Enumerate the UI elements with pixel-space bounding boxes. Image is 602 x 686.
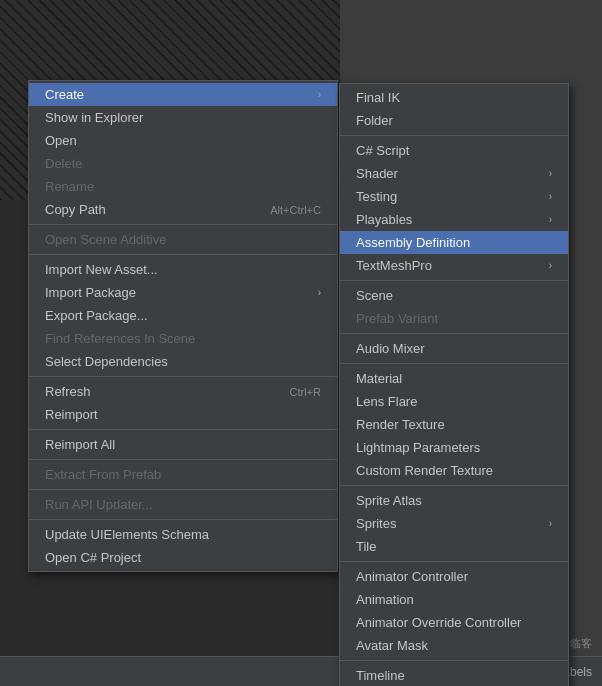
menu-sep-5 — [29, 459, 337, 460]
submenu-item-lightmap-parameters[interactable]: Lightmap Parameters — [340, 436, 568, 459]
submenu-sep-3 — [340, 333, 568, 334]
menu-item-show-explorer[interactable]: Show in Explorer — [29, 106, 337, 129]
submenu-sep-7 — [340, 660, 568, 661]
menu-sep-4 — [29, 429, 337, 430]
submenu-sep-1 — [340, 135, 568, 136]
submenu-item-playables[interactable]: Playables › — [340, 208, 568, 231]
menu-item-update-ui-schema[interactable]: Update UIElements Schema — [29, 523, 337, 546]
submenu-item-sprite-atlas[interactable]: Sprite Atlas — [340, 489, 568, 512]
menu-item-extract-from-prefab: Extract From Prefab — [29, 463, 337, 486]
create-arrow-icon: › — [318, 89, 321, 100]
menu-sep-3 — [29, 376, 337, 377]
sprites-arrow-icon: › — [549, 518, 552, 529]
submenu-item-audio-mixer[interactable]: Audio Mixer — [340, 337, 568, 360]
submenu-item-csharp-script[interactable]: C# Script — [340, 139, 568, 162]
menu-item-find-references: Find References In Scene — [29, 327, 337, 350]
import-package-arrow-icon: › — [318, 287, 321, 298]
submenu-sep-2 — [340, 280, 568, 281]
menu-item-create-label: Create — [45, 87, 84, 102]
submenu-item-assembly-definition[interactable]: Assembly Definition — [340, 231, 568, 254]
menu-item-copy-path[interactable]: Copy Path Alt+Ctrl+C — [29, 198, 337, 221]
submenu-item-final-ik[interactable]: Final IK — [340, 86, 568, 109]
submenu-item-render-texture[interactable]: Render Texture — [340, 413, 568, 436]
menu-item-export-package[interactable]: Export Package... — [29, 304, 337, 327]
menu-sep-6 — [29, 489, 337, 490]
submenu-sep-4 — [340, 363, 568, 364]
menu-item-open-csharp[interactable]: Open C# Project — [29, 546, 337, 569]
playables-arrow-icon: › — [549, 214, 552, 225]
testing-arrow-icon: › — [549, 191, 552, 202]
submenu-sep-6 — [340, 561, 568, 562]
menu-item-import-package[interactable]: Import Package › — [29, 281, 337, 304]
submenu-item-scene[interactable]: Scene — [340, 284, 568, 307]
submenu-item-textmeshpro[interactable]: TextMeshPro › — [340, 254, 568, 277]
menu-sep-7 — [29, 519, 337, 520]
submenu-create: Final IK Folder C# Script Shader › Testi… — [339, 83, 569, 686]
copy-path-shortcut: Alt+Ctrl+C — [270, 204, 321, 216]
context-menu: Create › Final IK Folder C# Script Shade… — [28, 80, 338, 572]
submenu-item-folder[interactable]: Folder — [340, 109, 568, 132]
submenu-item-timeline[interactable]: Timeline — [340, 664, 568, 686]
submenu-item-animator-override[interactable]: Animator Override Controller — [340, 611, 568, 634]
submenu-item-animation[interactable]: Animation — [340, 588, 568, 611]
shader-arrow-icon: › — [549, 168, 552, 179]
menu-item-create[interactable]: Create › Final IK Folder C# Script Shade… — [29, 83, 337, 106]
menu-item-reimport[interactable]: Reimport — [29, 403, 337, 426]
menu-item-reimport-all[interactable]: Reimport All — [29, 433, 337, 456]
submenu-item-sprites[interactable]: Sprites › — [340, 512, 568, 535]
submenu-item-avatar-mask[interactable]: Avatar Mask — [340, 634, 568, 657]
submenu-item-material[interactable]: Material — [340, 367, 568, 390]
submenu-item-prefab-variant: Prefab Variant — [340, 307, 568, 330]
submenu-item-custom-render-texture[interactable]: Custom Render Texture — [340, 459, 568, 482]
menu-item-open[interactable]: Open — [29, 129, 337, 152]
submenu-item-lens-flare[interactable]: Lens Flare — [340, 390, 568, 413]
menu-sep-2 — [29, 254, 337, 255]
menu-item-run-api-updater: Run API Updater... — [29, 493, 337, 516]
textmeshpro-arrow-icon: › — [549, 260, 552, 271]
submenu-item-testing[interactable]: Testing › — [340, 185, 568, 208]
menu-item-rename: Rename — [29, 175, 337, 198]
submenu-sep-5 — [340, 485, 568, 486]
menu-item-refresh[interactable]: Refresh Ctrl+R — [29, 380, 337, 403]
submenu-item-tile[interactable]: Tile — [340, 535, 568, 558]
menu-item-delete: Delete — [29, 152, 337, 175]
submenu-item-shader[interactable]: Shader › — [340, 162, 568, 185]
menu-item-import-new-asset[interactable]: Import New Asset... — [29, 258, 337, 281]
submenu-item-animator-controller[interactable]: Animator Controller — [340, 565, 568, 588]
refresh-shortcut: Ctrl+R — [290, 386, 321, 398]
menu-item-open-scene-additive: Open Scene Additive — [29, 228, 337, 251]
menu-item-select-dependencies[interactable]: Select Dependencies — [29, 350, 337, 373]
menu-sep-1 — [29, 224, 337, 225]
